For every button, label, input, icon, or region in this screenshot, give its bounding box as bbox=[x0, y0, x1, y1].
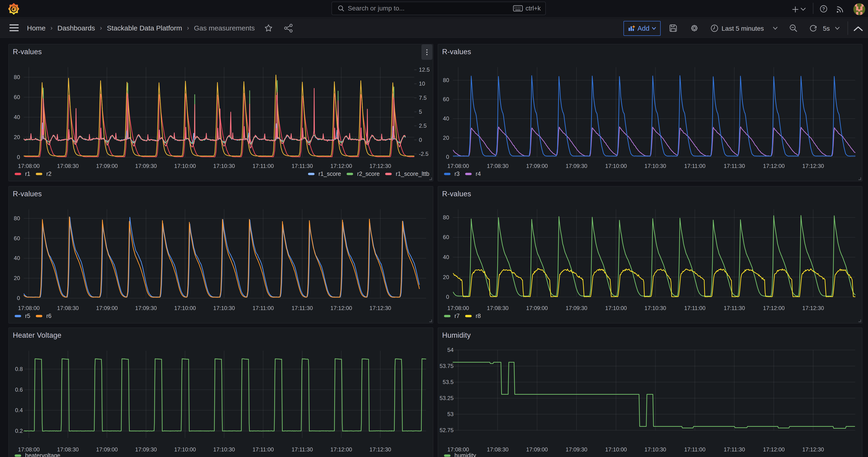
svg-text:17:10:00: 17:10:00 bbox=[174, 305, 196, 311]
svg-text:17:12:00: 17:12:00 bbox=[330, 446, 352, 453]
svg-text:-2.5: -2.5 bbox=[419, 151, 428, 157]
svg-text:20: 20 bbox=[14, 134, 20, 140]
svg-text:17:09:00: 17:09:00 bbox=[526, 163, 548, 169]
svg-text:53: 53 bbox=[447, 411, 454, 417]
svg-text:2.5: 2.5 bbox=[419, 123, 427, 129]
svg-text:17:12:30: 17:12:30 bbox=[802, 163, 824, 169]
svg-text:17:12:00: 17:12:00 bbox=[330, 163, 352, 169]
svg-text:17:11:00: 17:11:00 bbox=[252, 305, 274, 311]
svg-text:17:09:30: 17:09:30 bbox=[135, 163, 157, 169]
svg-text:17:10:30: 17:10:30 bbox=[213, 305, 235, 311]
svg-text:10: 10 bbox=[419, 81, 425, 87]
svg-text:17:09:30: 17:09:30 bbox=[565, 163, 587, 169]
svg-text:17:11:00: 17:11:00 bbox=[684, 446, 706, 453]
svg-text:17:08:00: 17:08:00 bbox=[18, 446, 39, 453]
svg-text:54: 54 bbox=[447, 347, 454, 353]
svg-text:53.5: 53.5 bbox=[443, 379, 454, 385]
svg-text:17:08:00: 17:08:00 bbox=[447, 446, 469, 453]
svg-text:17:11:30: 17:11:30 bbox=[291, 446, 313, 453]
svg-text:17:10:00: 17:10:00 bbox=[605, 446, 627, 453]
svg-text:17:08:00: 17:08:00 bbox=[18, 163, 39, 169]
svg-text:17:10:00: 17:10:00 bbox=[605, 163, 627, 169]
svg-text:80: 80 bbox=[443, 77, 449, 83]
svg-text:17:10:30: 17:10:30 bbox=[644, 446, 666, 453]
svg-text:17:10:00: 17:10:00 bbox=[174, 446, 196, 453]
svg-text:17:08:30: 17:08:30 bbox=[57, 305, 79, 311]
svg-text:17:09:00: 17:09:00 bbox=[526, 305, 548, 311]
svg-text:40: 40 bbox=[14, 114, 20, 120]
svg-text:0: 0 bbox=[419, 137, 422, 143]
svg-text:17:10:00: 17:10:00 bbox=[174, 163, 196, 169]
svg-text:17:09:30: 17:09:30 bbox=[565, 305, 587, 311]
svg-text:17:12:30: 17:12:30 bbox=[369, 305, 391, 311]
svg-text:40: 40 bbox=[443, 115, 449, 122]
svg-text:17:11:30: 17:11:30 bbox=[291, 163, 313, 169]
svg-text:0: 0 bbox=[446, 154, 449, 160]
svg-text:17:08:30: 17:08:30 bbox=[487, 305, 508, 311]
svg-text:40: 40 bbox=[14, 255, 20, 261]
svg-text:53.75: 53.75 bbox=[440, 363, 454, 369]
svg-text:17:11:00: 17:11:00 bbox=[252, 163, 274, 169]
svg-text:17:12:30: 17:12:30 bbox=[369, 163, 391, 169]
svg-text:17:11:00: 17:11:00 bbox=[252, 446, 274, 453]
svg-text:0.8: 0.8 bbox=[15, 366, 23, 372]
svg-text:17:12:00: 17:12:00 bbox=[763, 305, 784, 311]
svg-text:17:11:30: 17:11:30 bbox=[291, 305, 313, 311]
svg-text:17:11:30: 17:11:30 bbox=[724, 305, 745, 311]
svg-text:5: 5 bbox=[419, 109, 422, 115]
svg-text:60: 60 bbox=[14, 94, 20, 100]
svg-text:17:08:00: 17:08:00 bbox=[18, 305, 39, 311]
svg-text:17:08:30: 17:08:30 bbox=[487, 163, 508, 169]
svg-text:60: 60 bbox=[14, 235, 20, 241]
svg-text:17:08:00: 17:08:00 bbox=[447, 305, 469, 311]
svg-text:0.6: 0.6 bbox=[15, 387, 23, 393]
svg-text:17:08:30: 17:08:30 bbox=[57, 446, 79, 453]
svg-text:17:11:00: 17:11:00 bbox=[684, 163, 706, 169]
svg-text:20: 20 bbox=[443, 274, 449, 280]
svg-text:7.5: 7.5 bbox=[419, 95, 427, 101]
svg-text:17:10:30: 17:10:30 bbox=[644, 163, 666, 169]
svg-text:0: 0 bbox=[17, 295, 20, 301]
svg-text:17:10:00: 17:10:00 bbox=[605, 305, 627, 311]
svg-text:17:09:00: 17:09:00 bbox=[96, 305, 118, 311]
svg-text:17:12:00: 17:12:00 bbox=[763, 163, 784, 169]
svg-text:80: 80 bbox=[14, 215, 20, 221]
svg-text:?: ? bbox=[822, 6, 825, 11]
svg-text:60: 60 bbox=[443, 96, 449, 102]
svg-text:0.2: 0.2 bbox=[15, 428, 23, 434]
svg-text:12.5: 12.5 bbox=[419, 66, 430, 73]
svg-text:17:10:30: 17:10:30 bbox=[213, 163, 235, 169]
svg-text:17:12:00: 17:12:00 bbox=[763, 446, 784, 453]
svg-text:80: 80 bbox=[443, 214, 449, 220]
svg-text:20: 20 bbox=[443, 135, 449, 141]
svg-text:20: 20 bbox=[14, 275, 20, 281]
svg-text:17:09:00: 17:09:00 bbox=[526, 446, 548, 453]
svg-text:52.75: 52.75 bbox=[440, 427, 454, 433]
svg-text:17:11:30: 17:11:30 bbox=[724, 163, 745, 169]
svg-text:17:10:30: 17:10:30 bbox=[213, 446, 235, 453]
svg-text:17:08:30: 17:08:30 bbox=[487, 446, 508, 453]
svg-text:0: 0 bbox=[17, 154, 20, 160]
svg-text:40: 40 bbox=[443, 254, 449, 260]
svg-text:17:09:30: 17:09:30 bbox=[565, 446, 587, 453]
svg-text:17:08:30: 17:08:30 bbox=[57, 163, 79, 169]
svg-text:17:12:30: 17:12:30 bbox=[802, 446, 824, 453]
svg-text:17:12:00: 17:12:00 bbox=[330, 305, 352, 311]
svg-text:0.4: 0.4 bbox=[15, 407, 23, 413]
svg-text:17:12:30: 17:12:30 bbox=[369, 446, 391, 453]
svg-text:17:09:00: 17:09:00 bbox=[96, 446, 118, 453]
svg-text:17:11:00: 17:11:00 bbox=[684, 305, 706, 311]
svg-text:0: 0 bbox=[446, 294, 449, 300]
svg-text:53.25: 53.25 bbox=[440, 395, 454, 401]
svg-text:17:12:30: 17:12:30 bbox=[802, 305, 824, 311]
svg-text:17:09:00: 17:09:00 bbox=[96, 163, 118, 169]
svg-text:17:09:30: 17:09:30 bbox=[135, 305, 157, 311]
svg-text:17:10:30: 17:10:30 bbox=[644, 305, 666, 311]
svg-text:17:09:30: 17:09:30 bbox=[135, 446, 157, 453]
svg-text:60: 60 bbox=[443, 234, 449, 240]
svg-text:17:11:30: 17:11:30 bbox=[724, 446, 745, 453]
svg-text:17:08:00: 17:08:00 bbox=[447, 163, 469, 169]
svg-text:80: 80 bbox=[14, 74, 20, 80]
